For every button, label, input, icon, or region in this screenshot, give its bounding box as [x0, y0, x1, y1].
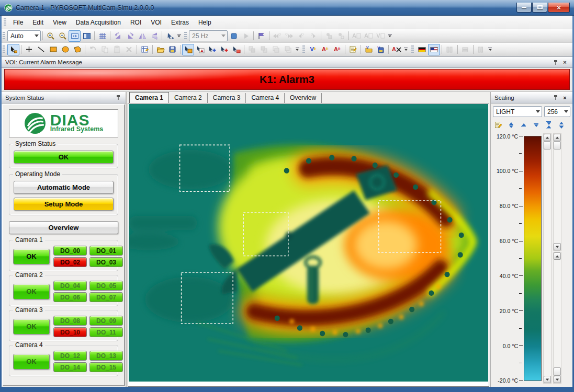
stop-acquisition-icon[interactable]	[228, 30, 240, 42]
minimize-button[interactable]	[516, 3, 532, 13]
scale-properties-icon[interactable]	[493, 120, 504, 130]
do-indicator[interactable]: DO_08	[53, 316, 87, 326]
scroll-up-icon[interactable]	[544, 134, 551, 141]
scale-raise-max-icon[interactable]	[518, 120, 529, 130]
voi-edit-icon[interactable]	[347, 44, 359, 55]
toolbar-overflow-icon[interactable]	[294, 44, 300, 55]
roi-move-icon[interactable]	[182, 44, 194, 55]
toolbar-overflow-icon[interactable]	[403, 44, 409, 55]
menu-extras[interactable]: Extras	[166, 17, 194, 28]
pointer-mode-icon[interactable]	[164, 30, 176, 42]
do-indicator[interactable]: DO_01	[89, 246, 123, 256]
full-image-view-icon[interactable]	[81, 30, 93, 42]
menu-edit[interactable]: Edit	[28, 17, 48, 28]
camera-4-status-button[interactable]: OK	[13, 354, 50, 370]
scale-max-scrollbar[interactable]	[553, 133, 561, 251]
scale-expand-icon[interactable]	[505, 120, 516, 130]
alarm-add-group-icon[interactable]: A+	[331, 44, 343, 55]
scroll-up-icon[interactable]	[554, 252, 561, 260]
do-indicator[interactable]: DO_06	[53, 292, 87, 302]
setup-mode-button[interactable]: Setup Mode	[14, 198, 114, 211]
roi-add-icon[interactable]	[206, 44, 218, 55]
toolbar-overflow-icon[interactable]	[176, 31, 182, 41]
voi-add-icon[interactable]: V+	[307, 44, 319, 55]
do-indicator[interactable]: DO_10	[53, 327, 87, 337]
draw-polygon-icon[interactable]	[71, 44, 83, 55]
do-indicator[interactable]: DO_11	[89, 327, 123, 337]
draw-ellipse-icon[interactable]	[59, 44, 71, 55]
roi-alarm-rect-icon[interactable]	[230, 44, 242, 55]
do-indicator[interactable]: DO_00	[53, 246, 87, 256]
rotate-left-icon[interactable]	[112, 30, 124, 42]
maximize-button[interactable]	[532, 3, 547, 13]
system-status-ok-button[interactable]: OK	[14, 151, 114, 164]
do-indicator[interactable]: DO_07	[89, 292, 123, 302]
zoom-level-combo[interactable]: Auto	[7, 30, 41, 41]
scale-lower-min-icon[interactable]	[531, 120, 542, 130]
close-button[interactable]: ×	[548, 3, 570, 13]
tab-camera-2[interactable]: Camera 2	[169, 93, 208, 103]
flip-horizontal-icon[interactable]	[136, 30, 148, 42]
do-indicator[interactable]: DO_14	[53, 362, 87, 372]
event-flag-icon[interactable]	[255, 30, 267, 42]
draw-point-icon[interactable]	[23, 44, 35, 55]
do-indicator[interactable]: DO_15	[89, 362, 123, 372]
language-english-icon[interactable]	[428, 44, 440, 55]
roi-label-icon[interactable]: A	[194, 44, 206, 55]
thermal-image[interactable]	[129, 104, 488, 382]
tab-camera-3[interactable]: Camera 3	[208, 93, 246, 103]
tab-camera-1[interactable]: Camera 1	[129, 92, 169, 103]
do-indicator[interactable]: DO_02	[53, 257, 87, 267]
scroll-thumb[interactable]	[544, 141, 551, 149]
do-indicator[interactable]: DO_12	[53, 351, 87, 361]
automatic-mode-button[interactable]: Automatic Mode	[14, 181, 114, 194]
fit-to-window-icon[interactable]	[69, 30, 81, 42]
menu-help[interactable]: Help	[194, 17, 216, 28]
draw-rectangle-icon[interactable]	[47, 44, 59, 55]
voi-open-icon[interactable]: V	[363, 44, 375, 55]
grid-icon[interactable]	[96, 30, 108, 42]
palette-combo[interactable]: LIGHT	[493, 106, 542, 117]
menu-voi[interactable]: VOI	[146, 17, 166, 28]
scroll-track[interactable]	[554, 149, 561, 243]
pin-icon[interactable]	[552, 59, 559, 66]
frame-rate-combo[interactable]: 25 Hz	[189, 30, 228, 41]
roi-add-alarm-icon[interactable]	[218, 44, 230, 55]
voi-panel-close-icon[interactable]: ×	[561, 59, 569, 66]
language-german-icon[interactable]	[416, 44, 428, 55]
scroll-down-icon[interactable]	[554, 243, 561, 250]
alarm-add-icon[interactable]: A+	[319, 44, 331, 55]
scale-auto-icon[interactable]	[556, 120, 567, 130]
toolbar-overflow-icon[interactable]	[487, 44, 493, 55]
scale-compress-icon[interactable]	[543, 120, 554, 130]
scroll-up-icon[interactable]	[554, 134, 561, 141]
pin-icon[interactable]	[114, 94, 122, 101]
camera-2-status-button[interactable]: OK	[13, 284, 50, 299]
flip-vertical-icon[interactable]	[148, 30, 160, 42]
scroll-thumb[interactable]	[554, 141, 561, 149]
do-indicator[interactable]: DO_03	[89, 257, 123, 267]
camera-1-status-button[interactable]: OK	[13, 249, 50, 264]
zoom-in-icon[interactable]	[44, 30, 57, 42]
rotate-right-icon[interactable]	[124, 30, 136, 42]
open-roi-file-icon[interactable]	[154, 44, 166, 55]
pin-icon[interactable]	[552, 94, 559, 101]
tab-overview[interactable]: Overview	[285, 93, 322, 103]
select-tool-icon[interactable]	[7, 44, 19, 55]
scroll-track[interactable]	[544, 149, 551, 376]
do-indicator[interactable]: DO_13	[89, 351, 123, 361]
draw-line-icon[interactable]	[35, 44, 47, 55]
alarm-delete-icon[interactable]: A	[390, 44, 403, 55]
toolbar-overflow-icon[interactable]	[387, 31, 393, 41]
roi-properties-icon[interactable]	[139, 44, 151, 55]
menu-view[interactable]: View	[48, 17, 71, 28]
do-indicator[interactable]: DO_05	[89, 281, 123, 291]
camera-3-status-button[interactable]: OK	[13, 319, 50, 335]
scale-shift-scrollbar[interactable]	[543, 133, 552, 384]
voi-save-icon[interactable]: V	[375, 44, 387, 55]
scroll-down-icon[interactable]	[544, 376, 551, 383]
tab-camera-4[interactable]: Camera 4	[246, 93, 285, 103]
do-indicator[interactable]: DO_09	[89, 316, 123, 326]
scroll-thumb[interactable]	[554, 367, 561, 376]
scale-min-scrollbar[interactable]	[553, 252, 561, 384]
